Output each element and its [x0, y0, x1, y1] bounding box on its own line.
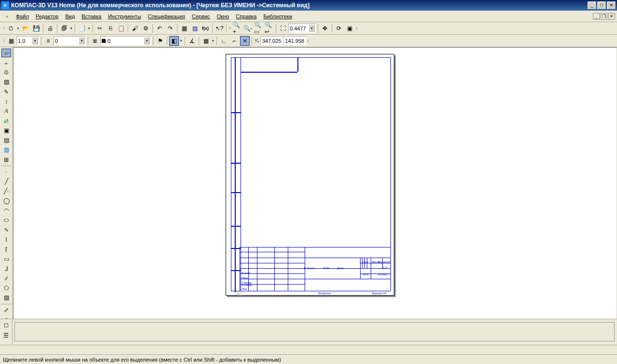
zoom-combo[interactable]: 0.4477▾ — [288, 24, 316, 33]
point-tool[interactable]: · — [1, 168, 11, 176]
preview-button[interactable]: 🗐 — [59, 24, 69, 33]
menu-editor[interactable]: Редактор — [32, 12, 62, 21]
preview-dropdown[interactable]: ▾ — [69, 24, 73, 33]
zoom-window-button[interactable]: 🔍▭ — [254, 24, 263, 33]
fx-button[interactable]: f(x) — [201, 24, 210, 33]
open-button[interactable]: 📂 — [21, 24, 30, 33]
round-button[interactable]: ⌐ — [229, 36, 239, 46]
grip-icon[interactable]: ⁞ — [306, 36, 310, 46]
maximize-button[interactable]: □ — [597, 1, 606, 9]
brush-button[interactable]: 🖌 — [130, 24, 140, 33]
style-button[interactable]: ≡ — [43, 36, 53, 46]
new-button[interactable]: 🗋 — [6, 24, 16, 33]
style-combo[interactable]: 0▾ — [54, 36, 86, 45]
new-dropdown[interactable]: ▾ — [16, 24, 20, 33]
polyline-tool[interactable]: ⅃ — [1, 264, 11, 273]
mdi-close-button[interactable]: ✕ — [608, 13, 615, 20]
circle-tool[interactable]: ◯ — [1, 196, 11, 205]
library-mgr-button[interactable]: ▦ — [179, 24, 189, 33]
pp-icon2[interactable]: ☰ — [1, 331, 11, 340]
grid-button[interactable]: ▦ — [201, 36, 211, 46]
bezier-tool[interactable]: ⌇ — [1, 235, 11, 244]
menu-libraries[interactable]: Библиотеки — [260, 12, 295, 21]
redo-button[interactable]: ↷ — [165, 24, 175, 33]
layer-combo[interactable]: 0▾ — [100, 36, 151, 45]
contour-tool[interactable]: ⬠ — [1, 284, 11, 292]
zoom-fit-button[interactable]: ⛶ — [278, 24, 288, 33]
dimensions-panel-button[interactable]: ⫠ — [1, 58, 11, 67]
grip-icon[interactable]: ⁞ — [2, 24, 6, 33]
symbols-panel-button[interactable]: ⊙ — [1, 68, 11, 77]
angle-button[interactable]: ∡ — [187, 36, 197, 46]
close-button[interactable]: ✕ — [607, 1, 616, 9]
views-panel-button[interactable]: ⊞ — [1, 156, 11, 164]
drawing-canvas[interactable]: № докум. Подп. Дата Разраб. Пров. Т.конт… — [13, 47, 617, 345]
snap-toggle-button[interactable]: ▦ — [6, 36, 16, 46]
workarea: ▱ ⫠ ⊙ ▨ ✎ ↕ A ⇄ ▣ ▤ ▥ ⊞ · ╱ ╱· ◯ ◠ ⬭ ∿ ⌇… — [0, 47, 617, 345]
properties-button[interactable]: ⚙ — [141, 24, 150, 33]
text-panel-button[interactable]: A — [1, 107, 11, 116]
measure-panel-button[interactable]: ⇄ — [1, 117, 11, 125]
save-button[interactable]: 💾 — [31, 24, 41, 33]
spec-panel-button[interactable]: ▤ — [1, 136, 11, 144]
ortho-button[interactable]: ∟ — [219, 36, 228, 46]
zoom-prev-button[interactable]: 🔍↩ — [264, 24, 274, 33]
step-combo[interactable]: 1.0▾ — [16, 36, 40, 45]
grid-dd[interactable]: ▾ — [211, 36, 215, 46]
paste-button[interactable]: 📋 — [116, 24, 126, 33]
minimize-button[interactable]: _ — [588, 1, 596, 9]
copy-button[interactable]: ⎘ — [106, 24, 115, 33]
grip-icon[interactable]: ⁞ — [228, 24, 232, 33]
mdi-minimize-button[interactable]: _ — [593, 13, 600, 20]
restore-doc-icon[interactable]: ▫ — [2, 12, 12, 21]
rect-tool[interactable]: ▭ — [1, 255, 11, 263]
grip-icon[interactable]: ⁞ — [355, 24, 359, 33]
line-tool[interactable]: ╱ — [1, 177, 11, 186]
zoom-out-button[interactable]: 🔍- — [243, 24, 253, 33]
coord-x[interactable]: 347.025 — [260, 36, 283, 45]
property-body[interactable] — [14, 322, 615, 342]
menu-help[interactable]: Справка — [232, 12, 260, 21]
params-panel-button[interactable]: ↕ — [1, 97, 11, 106]
menu-insert[interactable]: Вставка — [78, 12, 105, 21]
ext1-tool[interactable]: ⤢ — [1, 305, 11, 314]
print-button[interactable]: 🖨 — [45, 24, 55, 33]
edit-panel-button[interactable]: ✎ — [1, 88, 11, 96]
select-panel-button[interactable]: ▣ — [1, 126, 11, 135]
local-cs-button[interactable]: ⤧ — [240, 36, 250, 46]
menu-window[interactable]: Окно — [214, 12, 233, 21]
arc-tool[interactable]: ◠ — [1, 206, 11, 215]
filter-button[interactable]: ⚑ — [155, 36, 165, 46]
hatch-panel-button[interactable]: ▨ — [1, 78, 11, 86]
ellipse-tool[interactable]: ⬭ — [1, 216, 11, 224]
cut-button[interactable]: ✂ — [95, 24, 105, 33]
rebuild-button[interactable]: ⟳ — [334, 24, 344, 33]
doc-dropdown[interactable]: ▾ — [87, 24, 91, 33]
redraw-button[interactable]: ▣ — [345, 24, 354, 33]
eraser-dd[interactable]: ▾ — [179, 36, 183, 46]
zoom-in-button[interactable]: 🔍+ — [232, 24, 242, 33]
eraser-active-button[interactable]: ◧ — [169, 36, 179, 46]
grip-icon[interactable]: ⁞ — [2, 36, 6, 46]
layer-button[interactable]: ≣ — [90, 36, 100, 46]
geometry-panel-button[interactable]: ▱ — [1, 49, 11, 57]
menu-view[interactable]: Вид — [62, 12, 78, 21]
undo-button[interactable]: ↶ — [155, 24, 164, 33]
vars-button[interactable]: ▤ — [190, 24, 200, 33]
hatch-tool[interactable]: ▨ — [1, 293, 11, 302]
aux-line-tool[interactable]: ╱· — [1, 187, 11, 195]
reports-panel-button[interactable]: ▥ — [1, 145, 11, 154]
menu-spec[interactable]: Спецификация — [145, 12, 188, 21]
pointer-help-button[interactable]: ↖? — [215, 24, 224, 33]
pan-button[interactable]: ✥ — [320, 24, 330, 33]
menu-tools[interactable]: Инструменты — [105, 12, 145, 21]
pp-icon1[interactable]: ◻ — [1, 320, 11, 330]
equidist-tool[interactable]: ⫽ — [1, 274, 11, 283]
doc-manager-button[interactable]: 📑 — [77, 24, 87, 33]
mdi-restore-button[interactable]: ❐ — [601, 13, 607, 20]
menu-file[interactable]: Файл — [13, 12, 32, 21]
menu-service[interactable]: Сервис — [188, 12, 214, 21]
coord-y[interactable]: 141.958 — [283, 36, 306, 45]
spline-tool[interactable]: ∿ — [1, 225, 11, 234]
fillet-tool[interactable]: ⌈ — [1, 245, 11, 254]
